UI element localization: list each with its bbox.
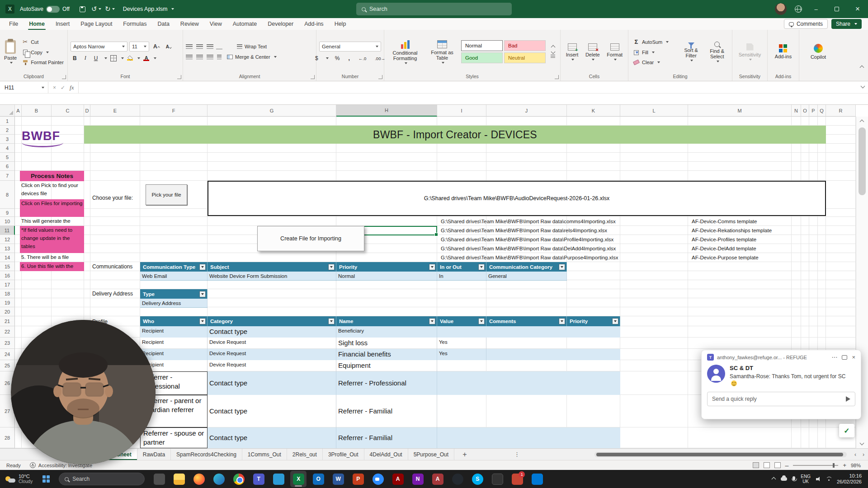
taskbar-acrobat-icon[interactable]: A xyxy=(390,471,406,487)
menu-tab-data[interactable]: Data xyxy=(152,18,175,30)
delivery-cell-value[interactable]: Delivery Address xyxy=(140,299,208,308)
restore-button[interactable] xyxy=(826,0,847,18)
row-header-8[interactable]: 8 xyxy=(0,181,15,209)
start-button[interactable] xyxy=(38,470,54,488)
filter-dropdown-icon[interactable] xyxy=(429,318,435,324)
taskbar-task-view-icon[interactable] xyxy=(151,471,167,487)
indent-button[interactable] xyxy=(217,55,222,60)
column-header-B[interactable]: B xyxy=(22,105,52,117)
style-good[interactable]: Good xyxy=(461,52,503,63)
orientation-button[interactable] xyxy=(216,44,224,49)
comm-cell-priority[interactable]: Normal xyxy=(336,272,437,281)
column-header-F[interactable]: F xyxy=(140,105,208,117)
menu-tab-add-ins[interactable]: Add-ins xyxy=(299,18,329,30)
collapse-ribbon-icon[interactable] xyxy=(860,66,864,70)
row-header-19[interactable]: 19 xyxy=(0,298,15,307)
row-header-23[interactable]: 23 xyxy=(0,338,15,349)
taskbar-firefox-icon[interactable] xyxy=(191,471,207,487)
taskbar-terminal-icon[interactable] xyxy=(489,471,505,487)
row-header-6[interactable]: 6 xyxy=(0,162,15,171)
zoom-in-button[interactable]: + xyxy=(843,462,846,469)
vertical-scroll-thumb[interactable] xyxy=(859,127,866,195)
autosave-switch-icon[interactable] xyxy=(46,6,60,13)
save-button[interactable] xyxy=(76,2,90,16)
align-center-button[interactable] xyxy=(196,55,203,60)
close-notification-icon[interactable]: × xyxy=(852,354,855,361)
filter-dropdown-icon[interactable] xyxy=(199,318,206,324)
menu-tab-home[interactable]: Home xyxy=(24,18,50,30)
taskbar-file-explorer-icon[interactable] xyxy=(171,471,187,487)
profile-cell[interactable]: Beneficiary xyxy=(336,326,437,338)
profile-cell[interactable]: Yes xyxy=(437,338,486,349)
normal-view-button[interactable] xyxy=(753,462,759,468)
popout-icon[interactable] xyxy=(842,355,847,360)
row-header-28[interactable]: 28 xyxy=(0,427,15,448)
profile-cell[interactable]: Recipient xyxy=(140,338,208,349)
column-header-R[interactable]: R xyxy=(826,105,856,117)
row-header-9[interactable]: 9 xyxy=(0,209,15,217)
row-header-14[interactable]: 14 xyxy=(0,253,15,262)
addins-button[interactable]: Add-ins xyxy=(774,43,793,60)
conditional-formatting-button[interactable]: Conditional Formatting xyxy=(387,39,423,65)
number-dialog-launcher-icon[interactable] xyxy=(378,75,382,79)
more-options-icon[interactable]: ⋯ xyxy=(831,354,837,361)
insert-cells-button[interactable]: + Insert xyxy=(565,42,580,61)
copy-button[interactable]: Copy xyxy=(20,49,66,56)
menu-tab-formulas[interactable]: Formulas xyxy=(118,18,152,30)
zoom-slider-thumb[interactable] xyxy=(833,463,835,468)
row-header-10[interactable]: 10 xyxy=(0,217,15,226)
sheet-tabs-overflow-icon[interactable]: ⋮ xyxy=(514,451,520,458)
teams-notification[interactable]: T anthony_fawkes@refuge.or... - REFUGE ⋯… xyxy=(701,350,861,419)
sort-filter-button[interactable]: Sort & Filter xyxy=(679,42,703,62)
comm-cell-inout[interactable]: In xyxy=(437,272,486,281)
profile-cell[interactable]: Device Request xyxy=(208,360,336,371)
column-header-M[interactable]: M xyxy=(688,105,792,117)
fill-button[interactable]: Fill xyxy=(631,49,677,56)
menu-tab-insert[interactable]: Insert xyxy=(50,18,75,30)
row-header-20[interactable]: 20 xyxy=(0,307,15,316)
filter-dropdown-icon[interactable] xyxy=(478,264,485,270)
comments-button[interactable]: Comments xyxy=(784,19,828,29)
autosave-toggle[interactable]: AutoSave Off xyxy=(20,6,70,13)
column-header-H[interactable]: H xyxy=(336,105,437,117)
profile-cell[interactable]: Contact type xyxy=(208,395,336,427)
column-header-O[interactable]: O xyxy=(801,105,809,117)
checkmark-toast[interactable]: ✓ xyxy=(839,424,854,437)
clipboard-dialog-launcher-icon[interactable] xyxy=(62,75,66,79)
document-title[interactable]: Devices App.xlsm xyxy=(123,6,174,12)
taskbar-skype-icon[interactable]: S xyxy=(469,471,486,487)
wrap-text-button[interactable]: Wrap Text xyxy=(235,43,269,50)
sheet-tab-3profile_out[interactable]: 3Profile_Out xyxy=(323,449,364,460)
row-header-18[interactable]: 18 xyxy=(0,289,15,298)
bold-button[interactable]: B xyxy=(71,55,79,62)
sheet-tab-5purpose_out[interactable]: 5Purpose_Out xyxy=(408,449,454,460)
confirm-entry-icon[interactable]: ✓ xyxy=(61,84,65,91)
expand-formula-bar-icon[interactable] xyxy=(861,84,865,89)
menu-tab-page-layout[interactable]: Page Layout xyxy=(75,18,118,30)
profile-cell[interactable]: Equipment xyxy=(336,360,437,371)
paste-button[interactable]: Paste xyxy=(3,39,18,65)
filter-dropdown-icon[interactable] xyxy=(559,264,565,270)
taskbar-search-input[interactable]: Search xyxy=(59,473,145,485)
row-header-12[interactable]: 12 xyxy=(0,235,15,244)
menu-tab-automate[interactable]: Automate xyxy=(227,18,263,30)
row-header-22[interactable]: 22 xyxy=(0,326,15,338)
profile-cell[interactable]: Yes xyxy=(437,349,486,360)
find-select-button[interactable]: Find & Select xyxy=(705,41,729,63)
profile-cell[interactable]: Device Request xyxy=(208,349,336,360)
hscroll-left-icon[interactable]: ‹ xyxy=(854,451,856,458)
minimize-button[interactable]: – xyxy=(806,0,826,18)
column-header-L[interactable]: L xyxy=(620,105,688,117)
profile-cell[interactable]: Financial benefits xyxy=(336,349,437,360)
number-format-select[interactable]: General xyxy=(319,42,381,52)
row-header-3[interactable]: 3 xyxy=(0,135,15,144)
user-avatar[interactable] xyxy=(775,3,787,15)
filter-dropdown-icon[interactable] xyxy=(612,318,618,324)
styles-dialog-launcher-icon[interactable] xyxy=(555,75,559,79)
gallery-more-icon[interactable] xyxy=(551,55,555,58)
microphone-icon[interactable] xyxy=(793,476,795,480)
column-header-A[interactable]: A xyxy=(15,105,22,117)
filter-dropdown-icon[interactable] xyxy=(328,318,335,324)
clear-button[interactable]: Clear xyxy=(631,59,677,66)
menu-tab-review[interactable]: Review xyxy=(175,18,204,30)
